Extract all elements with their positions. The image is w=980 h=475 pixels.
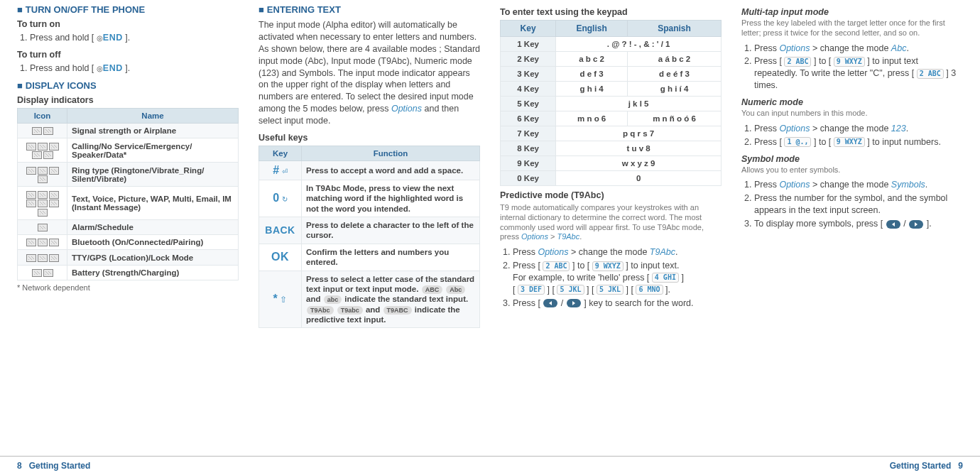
charging-icon <box>43 269 53 277</box>
mode-badge-T9Abc: T9Abc <box>307 306 334 315</box>
bt-connected-icon <box>38 239 48 246</box>
multi-step-2: Press [ 2 ABC ] to [ 9 WXYZ ] to input t… <box>754 55 963 92</box>
subhead-useful-keys: Useful keys <box>258 133 480 143</box>
subhead-indicators: Display indicators <box>17 95 239 105</box>
mode-badge-T9abc: T9abc <box>337 306 363 315</box>
table-row: 3 Keyd e f 3d e é f 3 <box>501 67 722 82</box>
table-row: * ⇧ Press to select a letter case of the… <box>259 271 480 328</box>
table-row: 4 Keyg h i 4g h i í 4 <box>501 82 722 97</box>
table-row: Bluetooth (On/Connected/Pairing) <box>18 234 239 249</box>
subhead-turn-off: To turn off <box>17 50 239 60</box>
mode-badge-Abc: Abc <box>446 285 465 294</box>
icons-th-name: Name <box>67 108 239 123</box>
key-9-icon: 9 WXYZ <box>592 261 624 271</box>
page-footer: 8 Getting Started Getting Started 9 <box>0 456 980 471</box>
table-row: 8 Keyt u v 8 <box>501 141 722 156</box>
ringtone-icon <box>26 167 36 175</box>
useful-th-key: Key <box>259 146 302 160</box>
column-4: Multi-tap input mode Press the key label… <box>731 3 973 444</box>
data-icon <box>43 151 53 159</box>
key-2-icon: 2 ABC <box>917 69 944 79</box>
table-row: TTY/GPS (Location)/Lock Mode <box>18 250 239 265</box>
table-row: # ⏎Press to accept a word and add a spac… <box>259 160 480 180</box>
kp-th-key: Key <box>501 21 556 37</box>
table-row: 6 Keym n o 6m n ñ o ó 6 <box>501 111 722 126</box>
multi-icon <box>38 200 48 207</box>
back-key-icon: BACK <box>265 224 295 236</box>
num-step-1: Press Options > change the mode 123. <box>754 123 963 135</box>
alarm-icon <box>38 224 48 231</box>
turn-on-steps: Press and hold [ ◎END ]. <box>17 32 239 44</box>
table-row: 2 Keya b c 2a á b c 2 <box>501 52 722 67</box>
email-icon <box>49 200 59 207</box>
mode-badge-abc: abc <box>324 295 342 304</box>
bt-pairing-icon <box>49 239 59 246</box>
subhead-multitap: Multi-tap input mode <box>741 7 963 17</box>
hash-key-icon: # <box>273 164 279 176</box>
num-step-2: Press [ 1 @., ] to [ 9 WXYZ ] to input n… <box>754 136 963 148</box>
heading-entering-text: ■ENTERING TEXT <box>258 4 480 15</box>
table-row: 7 Keyp q r s 7 <box>501 126 722 141</box>
symbol-intro: Allows you to enter symbols. <box>741 165 963 175</box>
multitap-intro: Press the key labeled with the target le… <box>741 18 963 38</box>
table-row: Signal strength or Airplane <box>18 123 239 138</box>
turn-off-step-1: Press and hold [ ◎END ]. <box>30 62 239 75</box>
sym-step-1: Press Options > change the mode Symbols. <box>754 179 963 191</box>
numeric-intro: You can input numbers in this mode. <box>741 109 963 119</box>
table-row: Text, Voice, Picture, WAP, Multi, Email,… <box>18 187 239 219</box>
battery-icon <box>32 269 42 277</box>
predictive-steps: Press Options > change the mode T9Abc. P… <box>500 246 722 309</box>
useful-keys-table: KeyFunction # ⏎Press to accept a word an… <box>258 146 480 329</box>
table-row: BACKPress to delete a character to the l… <box>259 217 480 244</box>
entering-text-intro: The input mode (Alpha editor) will autom… <box>258 19 480 127</box>
picture-icon <box>49 191 59 199</box>
nav-right-icon <box>909 220 923 229</box>
icons-th-icon: Icon <box>18 108 67 123</box>
key-4-icon: 4 GHI <box>652 273 679 283</box>
pred-step-3: Press [ / ] key to search for the word. <box>513 297 722 310</box>
emergency-icon <box>49 143 59 151</box>
wap-icon <box>26 200 36 207</box>
key-6-icon: 6 MNO <box>636 285 663 295</box>
text-icon <box>26 191 36 199</box>
kp-th-es: Spanish <box>628 21 722 37</box>
speaker-icon <box>32 151 42 159</box>
ok-key-icon: OK <box>271 251 289 263</box>
table-row: 0 ↻In T9Abc Mode, press to view the next… <box>259 180 480 217</box>
key-1-icon: 1 @., <box>784 137 811 147</box>
turn-off-steps: Press and hold [ ◎END ]. <box>17 62 239 75</box>
star-key-icon: * <box>273 293 278 305</box>
key-2-icon: 2 ABC <box>784 57 811 67</box>
sym-step-3: To display more symbols, press [ / ]. <box>754 218 963 230</box>
key-5-icon: 5 JKL <box>557 285 584 295</box>
subhead-predictive: Predictive mode (T9Abc) <box>500 190 722 200</box>
column-1: ■TURN ON/OFF THE PHONE To turn on Press … <box>7 3 249 444</box>
heading-turn-phone: ■TURN ON/OFF THE PHONE <box>17 4 239 15</box>
predictive-intro: T9 mode automatically compares your keys… <box>500 203 722 242</box>
airplane-icon <box>43 127 53 135</box>
kp-th-en: English <box>556 21 628 37</box>
multitap-steps: Press Options > change the mode Abc. Pre… <box>741 43 963 92</box>
table-row: Alarm/Schedule <box>18 219 239 234</box>
key-9-icon: 9 WXYZ <box>834 57 865 67</box>
keypad-table: KeyEnglishSpanish 1 Key. @ ? ! - , & : '… <box>500 20 722 186</box>
call-icon <box>26 143 36 151</box>
lock-icon <box>49 254 59 262</box>
bt-on-icon <box>26 239 36 246</box>
silent-icon <box>49 167 59 175</box>
table-row: 0 Key0 <box>501 171 722 186</box>
column-2: ■ENTERING TEXT The input mode (Alpha edi… <box>249 3 490 444</box>
gps-icon <box>38 254 48 262</box>
symbol-steps: Press Options > change the mode Symbols.… <box>741 179 963 230</box>
signal-icon <box>32 127 42 135</box>
vibrate-icon <box>38 175 48 183</box>
subhead-numeric: Numeric mode <box>741 97 963 107</box>
table-row: Ring type (Ringtone/Vibrate_Ring/ Silent… <box>18 163 239 187</box>
useful-th-func: Function <box>302 146 480 160</box>
zero-key-icon: 0 <box>273 192 279 204</box>
key-2-icon: 2 ABC <box>543 261 570 271</box>
pred-step-1: Press Options > change the mode T9Abc. <box>513 246 722 258</box>
footer-left: 8 Getting Started <box>17 461 90 471</box>
turn-on-step-1: Press and hold [ ◎END ]. <box>30 32 239 44</box>
icons-footnote: * Network dependent <box>17 283 239 292</box>
